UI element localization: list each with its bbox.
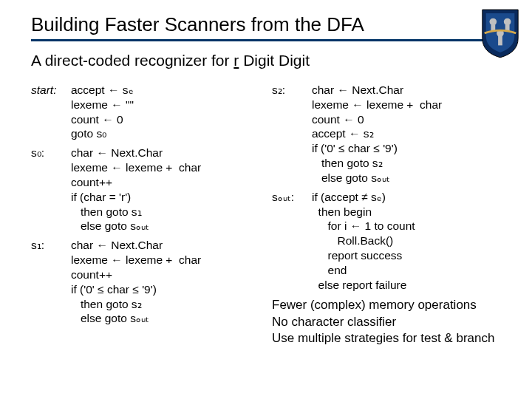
note-3: Use multiple strategies for test & branc…	[272, 330, 501, 347]
label-start: start:	[31, 83, 71, 98]
slide-subtitle: A direct-coded recognizer for r Digit Di…	[31, 52, 501, 69]
note-2: No character classifier	[272, 314, 501, 331]
label-s0: s₀:	[31, 146, 71, 160]
note-1: Fewer (complex) memory operations	[272, 297, 501, 314]
body-sout: if (accept ≠ sₑ) then begin for i ← 1 to…	[312, 190, 415, 293]
shield-logo-icon	[479, 6, 522, 59]
subtitle-suffix: Digit Digit	[239, 52, 310, 69]
label-sout: sₒᵤₜ:	[272, 190, 312, 205]
title-rule	[31, 39, 501, 41]
svg-point-0	[490, 18, 497, 26]
body-s2: char ← Next.Char lexeme ← lexeme + char …	[312, 83, 442, 185]
code-columns: start:accept ← sₑ lexeme ← "" count ← 0 …	[31, 83, 501, 347]
block-s0: s₀:char ← Next.Char lexeme ← lexeme + ch…	[31, 146, 260, 233]
block-start: start:accept ← sₑ lexeme ← "" count ← 0 …	[31, 83, 260, 141]
body-s1: char ← Next.Char lexeme ← lexeme + char …	[71, 238, 201, 326]
block-s2: s₂:char ← Next.Char lexeme ← lexeme + ch…	[272, 83, 501, 185]
body-start: accept ← sₑ lexeme ← "" count ← 0 goto s…	[71, 83, 134, 141]
right-column: s₂:char ← Next.Char lexeme ← lexeme + ch…	[272, 83, 501, 347]
subtitle-prefix: A direct-coded recognizer for	[31, 52, 233, 69]
svg-point-1	[504, 18, 511, 26]
block-sout: sₒᵤₜ:if (accept ≠ sₑ) then begin for i ←…	[272, 190, 501, 293]
left-column: start:accept ← sₑ lexeme ← "" count ← 0 …	[31, 83, 260, 347]
block-s1: s₁:char ← Next.Char lexeme ← lexeme + ch…	[31, 238, 260, 326]
label-s2: s₂:	[272, 83, 312, 98]
body-s0: char ← Next.Char lexeme ← lexeme + char …	[71, 146, 201, 233]
label-s1: s₁:	[31, 238, 71, 253]
notes: Fewer (complex) memory operations No cha…	[272, 297, 501, 348]
slide-title: Building Faster Scanners from the DFA	[31, 13, 501, 36]
